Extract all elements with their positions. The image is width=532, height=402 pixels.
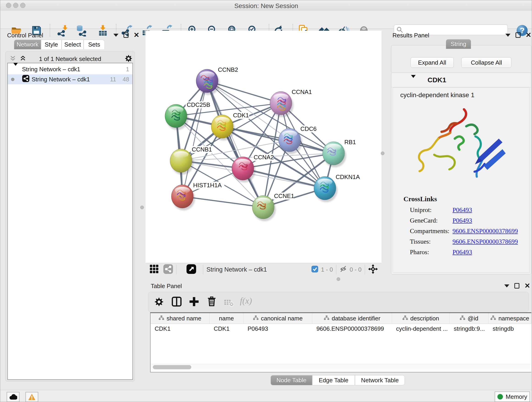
window-title: Session: New Session	[0, 2, 532, 10]
column-header--id[interactable]: @id	[450, 313, 488, 324]
close-panel-icon[interactable]: ✕	[525, 283, 530, 288]
network-share-button[interactable]	[163, 264, 173, 275]
network-options-button[interactable]	[124, 54, 133, 64]
table-cell: P06493	[244, 324, 312, 333]
delete-columns-button[interactable]	[206, 296, 217, 307]
protein-structure-image	[405, 104, 506, 187]
grid-view-button[interactable]	[150, 265, 160, 274]
table-cell: stringdb:9...	[450, 324, 488, 333]
network-edge-CCNB2-HIST1H1A[interactable]	[182, 81, 207, 196]
show-columns-button[interactable]	[171, 296, 182, 308]
table-cell: CDK1	[210, 324, 244, 333]
network-row[interactable]: String Network – cdk1 11 48	[8, 74, 133, 84]
collapse-all-button[interactable]: Collapse All	[462, 57, 511, 68]
tab-style[interactable]: Style	[41, 40, 62, 49]
checkbox-checked-icon	[311, 266, 318, 273]
column-header-label: @id	[468, 315, 478, 322]
eye-slash-icon	[340, 266, 347, 273]
table-tabs: Node Table Edge Table Network Table	[271, 375, 405, 385]
section-collapse-icon[interactable]	[411, 78, 416, 82]
function-builder-button[interactable]: f(x)	[240, 296, 252, 306]
results-panel-title: Results Panel	[393, 32, 429, 39]
scrollbar-thumb[interactable]	[153, 365, 191, 369]
column-header-shared-name[interactable]: shared name	[151, 313, 210, 324]
gene-section-header[interactable]: CDK1	[391, 73, 531, 87]
svg-text:CCNA2: CCNA2	[254, 154, 274, 161]
tab-node-table[interactable]: Node Table	[271, 375, 312, 385]
float-panel-icon[interactable]	[504, 284, 509, 287]
delete-table-button[interactable]	[224, 298, 234, 307]
column-header-label: description	[410, 315, 439, 322]
maximize-panel-icon[interactable]	[515, 32, 520, 38]
column-header-database-identifier[interactable]: database identifier	[312, 313, 392, 324]
crosslink-value-link[interactable]: P06493	[452, 249, 472, 256]
network-edge-count: 48	[123, 76, 129, 83]
tab-select[interactable]: Select	[62, 40, 84, 49]
maximize-panel-icon[interactable]	[123, 32, 128, 38]
selected-checkbox[interactable]	[311, 266, 318, 274]
right-splitter-handle[interactable]	[381, 152, 385, 155]
tab-network-table[interactable]: Network Table	[355, 375, 405, 385]
network-node-CCNA2[interactable]	[232, 157, 255, 182]
column-type-icon	[324, 315, 329, 322]
close-panel-icon[interactable]: ✕	[526, 32, 531, 38]
node-label-CCNE1: CCNE1	[273, 192, 294, 200]
external-arrow-icon	[186, 264, 196, 274]
maximize-panel-icon[interactable]	[514, 283, 519, 288]
network-view-canvas[interactable]: CCNB2CCNA1CDC25BCDK1CDC6RB1CCNB1CCNA2CDK…	[146, 31, 381, 263]
memory-label: Memory	[506, 393, 527, 400]
control-panel: Control Panel ✕ Network Style Select Set…	[3, 30, 140, 383]
svg-text:RB1: RB1	[344, 139, 356, 146]
tab-edge-table[interactable]: Edge Table	[312, 375, 355, 385]
table-row[interactable]: CDK1CDK1P064939606.ENSP00000378699cyclin…	[151, 324, 531, 333]
network-node-CCNB2[interactable]	[196, 69, 220, 95]
crosslink-row: Compartments:9606.ENSP00000378699	[410, 226, 527, 236]
create-column-button[interactable]	[189, 296, 200, 308]
collection-expand-icon[interactable]	[13, 66, 18, 73]
crosslink-value-link[interactable]: 9606.ENSP00000378699	[452, 227, 518, 235]
crosslink-value-link[interactable]: 9606.ENSP00000378699	[452, 238, 518, 245]
crosslink-value-link[interactable]: P06493	[452, 206, 472, 214]
results-panel: Results Panel ✕ String Expand All Collap…	[390, 30, 532, 275]
open-in-window-button[interactable]	[186, 264, 196, 275]
network-node-HIST1H1A[interactable]	[171, 185, 195, 211]
float-panel-icon[interactable]	[505, 34, 510, 37]
column-header-name[interactable]: name	[210, 313, 244, 324]
hidden-toggle[interactable]	[340, 266, 347, 274]
tab-network[interactable]: Network	[14, 40, 41, 49]
table-cell: stringdb	[488, 324, 531, 333]
warnings-button[interactable]	[25, 392, 38, 402]
svg-text:HIST1H1A: HIST1H1A	[193, 182, 222, 189]
pan-mode-button[interactable]	[368, 264, 378, 275]
table-options-button[interactable]	[154, 297, 164, 308]
node-label-CCNA2: CCNA2	[253, 154, 274, 161]
tab-sets[interactable]: Sets	[84, 40, 105, 49]
network-view-title: String Network – cdk1	[206, 266, 267, 273]
network-node-CCNA1[interactable]	[270, 91, 293, 117]
network-edge-CDK1-RB1[interactable]	[222, 127, 334, 153]
network-node-CDKN1A[interactable]	[314, 177, 337, 202]
tab-string[interactable]: String	[446, 39, 471, 49]
close-panel-icon[interactable]: ✕	[133, 32, 139, 38]
network-type-icon	[22, 75, 29, 84]
node-label-CCNB2: CCNB2	[217, 66, 238, 73]
memory-button[interactable]: Memory	[495, 391, 530, 402]
float-panel-icon[interactable]	[114, 34, 119, 37]
network-node-CDK1[interactable]	[211, 115, 235, 140]
trash-icon	[206, 296, 217, 307]
column-header-namespace[interactable]: namespace	[488, 313, 531, 324]
left-splitter-handle[interactable]	[140, 206, 144, 209]
expand-all-button[interactable]: Expand All	[411, 57, 454, 68]
network-collection-row[interactable]: String Network – cdk1 1	[8, 64, 133, 74]
network-node-CDC25B[interactable]	[165, 104, 189, 130]
gear-icon	[124, 54, 133, 63]
network-node-CDC6[interactable]	[279, 128, 302, 154]
column-header-canonical-name[interactable]: canonical name	[244, 313, 312, 324]
crosslink-value-link[interactable]: P06493	[452, 217, 472, 224]
cloud-status-button[interactable]	[7, 392, 19, 402]
column-header-description[interactable]: description	[392, 313, 450, 324]
gene-details-box: cyclin-dependent kinase 1	[393, 88, 530, 273]
table-body: CDK1CDK1P064939606.ENSP00000378699cyclin…	[151, 324, 531, 333]
crosslink-row: Uniprot:P06493	[410, 205, 527, 215]
network-node-RB1[interactable]	[323, 142, 346, 167]
